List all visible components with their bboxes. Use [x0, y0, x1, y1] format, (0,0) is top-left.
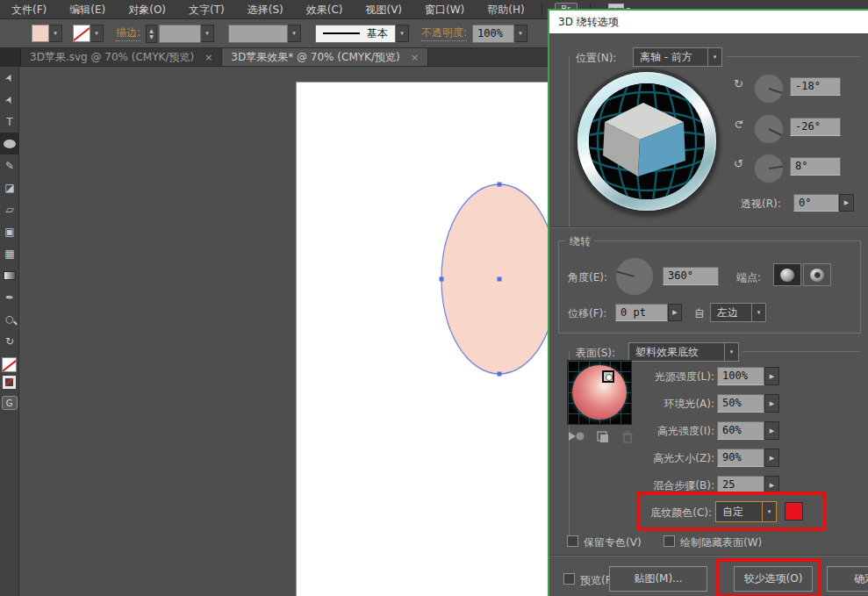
- surface-dropdown[interactable]: 塑料效果底纹 ▾: [628, 342, 739, 362]
- menu-help[interactable]: 帮助(H): [476, 0, 535, 19]
- stepper-down-icon[interactable]: ▼: [149, 33, 154, 39]
- offset-from-value: 左边: [711, 304, 751, 321]
- dial-pointer: [769, 88, 783, 94]
- opacity-field[interactable]: 100%: [472, 25, 514, 43]
- menu-effect[interactable]: 效果(C): [295, 0, 355, 19]
- graph-tool[interactable]: ▦: [0, 242, 19, 264]
- preserve-spot-checkbox[interactable]: [567, 535, 578, 547]
- stroke-none-swatch[interactable]: [73, 25, 90, 42]
- rotate-z-dial[interactable]: [754, 154, 784, 183]
- type-tool[interactable]: T: [0, 111, 19, 133]
- close-icon[interactable]: ×: [204, 52, 212, 63]
- highlight-intensity-spinner-icon[interactable]: ▶: [764, 421, 779, 440]
- position-dropdown[interactable]: 离轴 - 前方 ▾: [633, 47, 722, 67]
- highlight-intensity-label: 高光强度(I):: [600, 424, 714, 439]
- stroke-weight-label[interactable]: 描边:: [116, 25, 140, 41]
- highlight-size-spinner-icon[interactable]: ▶: [764, 449, 779, 467]
- stroke-dropdown-arrow-icon[interactable]: ▾: [90, 25, 104, 42]
- tab-3d-apple-effect[interactable]: 3D苹果效果* @ 70% (CMYK/预览) ×: [222, 48, 428, 66]
- ellipse-icon: [4, 140, 16, 148]
- anchor-top[interactable]: [498, 183, 502, 187]
- eraser-icon: ◪: [4, 182, 14, 194]
- stepper-up-icon[interactable]: ▲: [149, 27, 154, 33]
- paintbrush-tool[interactable]: ✎: [0, 154, 19, 176]
- highlight-intensity-field[interactable]: 60%: [717, 421, 764, 440]
- menu-object[interactable]: 对象(O): [117, 0, 177, 19]
- stroke-weight-stepper[interactable]: ▲ ▼: [146, 25, 157, 43]
- fill-dropdown-arrow-icon[interactable]: ▾: [49, 25, 62, 42]
- anchor-center[interactable]: [498, 277, 502, 282]
- rotate-y-field[interactable]: -26°: [790, 118, 841, 136]
- rotation-trackball[interactable]: [574, 68, 720, 214]
- selected-ellipse-artwork[interactable]: [19, 67, 549, 596]
- fill-none-indicator[interactable]: [2, 357, 17, 372]
- stroke-weight-field[interactable]: [159, 25, 201, 43]
- move-light-to-back-icon[interactable]: [569, 430, 585, 444]
- ambient-light-spinner-icon[interactable]: ▶: [764, 394, 779, 413]
- offset-spinner-icon[interactable]: ▶: [668, 304, 682, 321]
- tab-bar-spacer: [0, 48, 21, 66]
- menu-window[interactable]: 窗口(W): [413, 0, 476, 19]
- artboard-tool[interactable]: ▣: [0, 220, 19, 242]
- angle-field[interactable]: 360°: [663, 267, 719, 285]
- light-intensity-spinner-icon[interactable]: ▶: [764, 367, 779, 385]
- rotate-y-dial[interactable]: [754, 114, 784, 144]
- ambient-light-field[interactable]: 50%: [717, 394, 764, 413]
- cap-solid-button[interactable]: [773, 263, 801, 286]
- variable-width-group: ▾: [228, 25, 301, 43]
- menu-edit[interactable]: 编辑(E): [58, 0, 117, 19]
- perspective-field[interactable]: 0°: [793, 194, 839, 212]
- menu-select[interactable]: 选择(S): [236, 0, 295, 19]
- preview-checkbox[interactable]: [563, 573, 575, 585]
- light-intensity-field[interactable]: 100%: [717, 367, 764, 385]
- direct-selection-tool[interactable]: ➤: [0, 89, 19, 111]
- variable-width-field[interactable]: [228, 25, 288, 43]
- ellipse-tool[interactable]: [0, 133, 19, 154]
- chevron-down-icon[interactable]: ▾: [724, 343, 738, 361]
- chevron-down-icon[interactable]: ▾: [707, 48, 721, 66]
- fill-color-swatch[interactable]: [32, 25, 49, 42]
- gradient-tool[interactable]: [0, 264, 19, 286]
- draw-mode-button[interactable]: G: [2, 396, 18, 410]
- selection-tool[interactable]: ➤: [0, 67, 19, 89]
- scale-tool[interactable]: ▱: [0, 198, 19, 220]
- chevron-down-icon[interactable]: ▾: [751, 304, 765, 321]
- close-icon[interactable]: ×: [411, 52, 419, 63]
- canvas[interactable]: [19, 67, 549, 596]
- magnifier-icon: ○: [5, 313, 14, 325]
- eraser-tool[interactable]: ◪: [0, 176, 19, 198]
- rotate-view-icon: ↻: [5, 335, 14, 348]
- menu-type[interactable]: 文字(T): [177, 0, 236, 19]
- brush-style-arrow-icon[interactable]: ▾: [396, 25, 409, 42]
- brush-definition-field[interactable]: 基本: [315, 25, 396, 43]
- cube-preview: [592, 85, 701, 194]
- zoom-tool[interactable]: ○: [0, 308, 19, 330]
- opacity-arrow-icon[interactable]: ▾: [514, 25, 527, 42]
- eyedropper-tool[interactable]: ✒: [0, 286, 19, 308]
- rotate-x-dial[interactable]: [754, 74, 784, 104]
- rotate-z-field[interactable]: 8°: [790, 157, 841, 176]
- highlight-size-field[interactable]: 90%: [717, 449, 764, 467]
- offset-field[interactable]: 0 pt: [615, 304, 668, 321]
- map-art-button[interactable]: 贴图(M)...: [609, 566, 707, 592]
- tab-3d-apple-svg[interactable]: 3D苹果.svg @ 70% (CMYK/预览) ×: [21, 48, 222, 66]
- menu-file[interactable]: 文件(F): [0, 0, 58, 19]
- menu-view[interactable]: 视图(V): [354, 0, 413, 19]
- tool-palette: ➤ ➤ T ✎ ◪ ▱ ▣ ▦ ✒ ○ ↻ G: [0, 67, 19, 596]
- draw-hidden-checkbox[interactable]: [664, 535, 675, 547]
- cap-hollow-button[interactable]: [803, 263, 831, 286]
- angle-dial[interactable]: [615, 257, 654, 296]
- anchor-left[interactable]: [440, 277, 444, 282]
- rotate-x-field[interactable]: -18°: [790, 77, 841, 96]
- revolve-group: 绕转 角度(E): 360° 端点: 位移(F): 0 pt ▶ 自 左边 ▾: [558, 241, 861, 334]
- opacity-label[interactable]: 不透明度:: [421, 25, 467, 41]
- rotate-view-tool[interactable]: ↻: [0, 330, 19, 352]
- offset-from-dropdown[interactable]: 左边 ▾: [710, 303, 766, 322]
- perspective-spinner-icon[interactable]: ▶: [839, 194, 854, 212]
- ok-button[interactable]: 确定: [827, 566, 868, 592]
- stroke-none-indicator[interactable]: [3, 376, 16, 389]
- variable-width-arrow-icon[interactable]: ▾: [288, 25, 301, 42]
- ellipse-shape[interactable]: [441, 184, 549, 374]
- stroke-weight-arrow-icon[interactable]: ▾: [201, 25, 214, 42]
- anchor-bottom[interactable]: [498, 372, 502, 377]
